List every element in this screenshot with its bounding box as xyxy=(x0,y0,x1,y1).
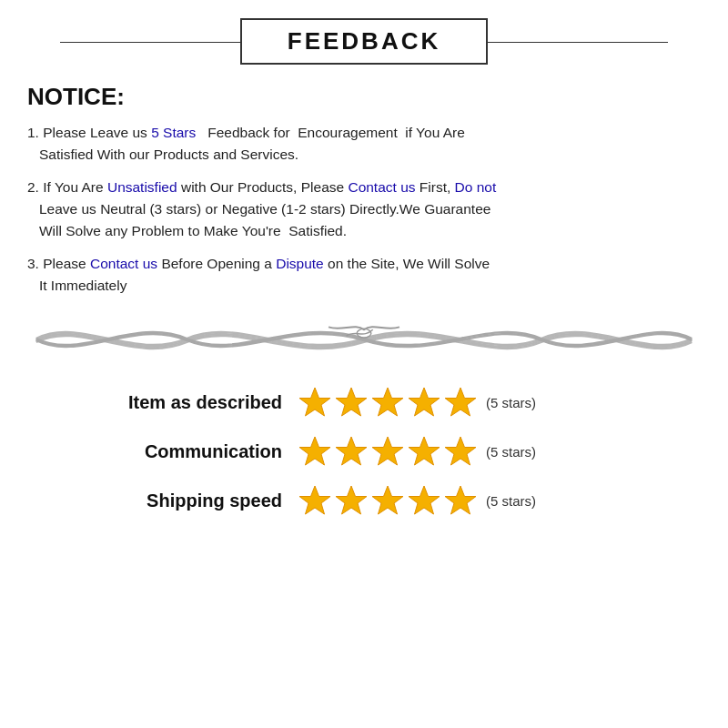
rating-label-communication: Communication xyxy=(46,441,282,462)
svg-marker-4 xyxy=(409,388,440,416)
star-3-4 xyxy=(408,484,440,517)
notice-text-3b: Before Opening a xyxy=(161,256,276,271)
svg-marker-6 xyxy=(299,437,330,465)
notice-number-2: 2. xyxy=(27,179,39,195)
rating-label-shipping: Shipping speed xyxy=(46,490,282,511)
notice-number-1: 1. xyxy=(27,125,39,140)
ratings-section: Item as described (5 stars) Communicatio… xyxy=(27,386,701,517)
star-2-1 xyxy=(298,435,331,468)
star-2-4 xyxy=(408,435,440,468)
svg-marker-8 xyxy=(372,437,403,465)
notice-highlight-contact1: Contact us xyxy=(348,179,415,195)
star-3-1 xyxy=(298,484,331,517)
star-1-5 xyxy=(444,386,477,419)
notice-text-3a: Please xyxy=(43,256,90,271)
star-2-5 xyxy=(444,435,477,468)
star-3-2 xyxy=(335,484,368,517)
rating-label-item-described: Item as described xyxy=(46,392,282,413)
notice-highlight-donot: Do not xyxy=(455,179,497,195)
stars-item-described: (5 stars) xyxy=(298,386,536,419)
star-1-3 xyxy=(371,386,404,419)
notice-section: NOTICE: 1. Please Leave us 5 Stars Feedb… xyxy=(27,83,701,297)
star-1-2 xyxy=(335,386,368,419)
svg-marker-1 xyxy=(299,388,330,416)
svg-marker-2 xyxy=(336,388,367,416)
notice-highlight-5stars: 5 Stars xyxy=(151,125,196,140)
notice-number-3: 3. xyxy=(27,256,39,271)
notice-text-2c: First, xyxy=(420,179,455,195)
stars-count-2: (5 stars) xyxy=(486,444,536,460)
notice-text-2d: Leave us Neutral (3 stars) or Negative (… xyxy=(27,201,490,238)
star-1-4 xyxy=(408,386,440,419)
star-2-2 xyxy=(335,435,368,468)
page-wrapper: FEEDBACK NOTICE: 1. Please Leave us 5 St… xyxy=(0,0,728,728)
rating-row-item-described: Item as described (5 stars) xyxy=(46,386,682,419)
svg-marker-13 xyxy=(372,486,403,514)
notice-text-1a: Please Leave us xyxy=(43,125,151,140)
notice-highlight-dispute: Dispute xyxy=(276,256,324,271)
notice-text-2b: with Our Products, Please xyxy=(181,179,349,195)
svg-marker-7 xyxy=(336,437,367,465)
star-2-3 xyxy=(371,435,404,468)
svg-marker-15 xyxy=(445,486,476,514)
notice-text-2a: If You Are xyxy=(43,179,107,195)
rating-row-communication: Communication (5 stars) xyxy=(46,435,682,468)
svg-marker-14 xyxy=(409,486,440,514)
notice-item-3: 3. Please Contact us Before Opening a Di… xyxy=(27,253,701,297)
notice-item-1: 1. Please Leave us 5 Stars Feedback for … xyxy=(27,122,701,166)
notice-heading: NOTICE: xyxy=(27,83,701,111)
svg-marker-10 xyxy=(445,437,476,465)
star-3-5 xyxy=(444,484,477,517)
decorative-divider xyxy=(27,313,701,368)
svg-marker-5 xyxy=(445,388,476,416)
rating-row-shipping: Shipping speed (5 stars) xyxy=(46,484,682,517)
star-1-1 xyxy=(298,386,331,419)
svg-marker-12 xyxy=(336,486,367,514)
stars-count-3: (5 stars) xyxy=(486,493,536,509)
star-3-3 xyxy=(371,484,404,517)
svg-marker-3 xyxy=(372,388,403,416)
notice-highlight-unsatisfied: Unsatisfied xyxy=(107,179,177,195)
notice-item-2: 2. If You Are Unsatisfied with Our Produ… xyxy=(27,177,701,242)
notice-highlight-contact2: Contact us xyxy=(90,256,157,271)
feedback-header: FEEDBACK xyxy=(27,18,701,65)
stars-communication: (5 stars) xyxy=(298,435,536,468)
stars-count-1: (5 stars) xyxy=(486,395,536,410)
feedback-title-box: FEEDBACK xyxy=(240,18,488,65)
stars-shipping: (5 stars) xyxy=(298,484,536,517)
feedback-title: FEEDBACK xyxy=(288,27,440,55)
svg-marker-9 xyxy=(409,437,440,465)
svg-marker-11 xyxy=(299,486,330,514)
